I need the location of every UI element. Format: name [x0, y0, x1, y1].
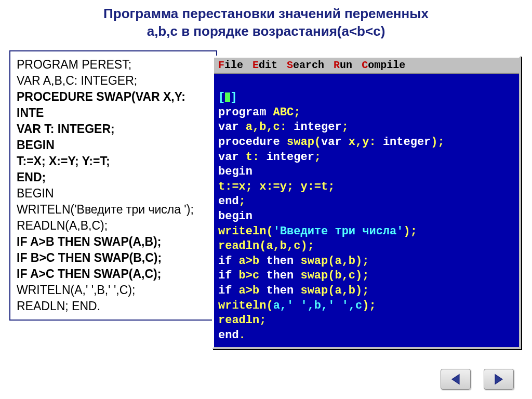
menu-search[interactable]: Search	[287, 59, 324, 71]
code-line: READLN(A,B,C);	[17, 218, 210, 234]
punct: );	[362, 299, 376, 312]
punct: (a,b);	[328, 255, 369, 268]
code-line: IF B>C THEN SWAP(B,C);	[17, 250, 210, 266]
punct: :	[252, 151, 266, 164]
cursor-icon	[225, 92, 230, 102]
kw: procedure	[218, 136, 280, 149]
ident: writeln	[218, 299, 266, 312]
kw: then	[266, 284, 294, 297]
punct: );	[403, 225, 417, 238]
punct: ;	[294, 106, 300, 119]
kw: begin	[218, 165, 252, 178]
punct: :	[280, 121, 294, 134]
kw: begin	[218, 210, 252, 223]
kw: var	[321, 136, 342, 149]
kw: if	[218, 255, 232, 268]
ident: readln	[218, 314, 259, 327]
punct: );	[431, 136, 444, 149]
next-slide-button[interactable]	[484, 369, 514, 390]
punct: );	[300, 240, 314, 252]
code-line: t:=x; x:=y; y:=t;	[218, 180, 335, 193]
kw: then	[266, 269, 294, 282]
menu-compile[interactable]: Compile	[362, 59, 405, 71]
punct: (	[266, 299, 273, 312]
code-line: WRITELN('Введите три числа ');	[17, 202, 210, 218]
code-line: READLN; END.	[17, 298, 210, 314]
code-line: IF A>B THEN SWAP(A,B);	[17, 234, 210, 250]
ident: writeln	[218, 225, 266, 238]
kw: integer	[266, 151, 314, 164]
slide-title: Программа перестановки значений переменн…	[0, 0, 532, 43]
triangle-left-icon	[448, 372, 463, 387]
menu-run[interactable]: Run	[334, 59, 352, 71]
kw: program	[218, 106, 266, 119]
ide-menu-bar: File Edit Search Run Compile	[214, 58, 519, 74]
ident: swap	[294, 269, 328, 282]
code-line: WRITELN(A,' ',B,' ',C);	[17, 282, 210, 298]
punct: (	[314, 136, 321, 149]
code-line: VAR T: INTEGER;	[17, 121, 210, 137]
kw: end	[218, 329, 239, 342]
punct: ;	[239, 195, 246, 208]
bracket: ]	[230, 91, 237, 104]
ident: swap	[294, 284, 328, 297]
punct: (	[266, 225, 273, 238]
code-line: BEGIN	[17, 137, 210, 153]
code-line: END;	[17, 169, 210, 185]
kw: if	[218, 269, 232, 282]
punct: :	[369, 136, 382, 149]
menu-file[interactable]: File	[218, 59, 243, 71]
ident: x,y	[342, 136, 369, 149]
string: 'Введите три числа'	[273, 225, 404, 238]
kw: end	[218, 195, 239, 208]
code-line: IF A>C THEN SWAP(A,C);	[17, 266, 210, 282]
kw: then	[266, 255, 294, 268]
punct: (	[259, 240, 266, 252]
ident: swap	[294, 255, 328, 268]
code-line: T:=X; X:=Y; Y:=T;	[17, 153, 210, 169]
kw: integer	[383, 136, 431, 149]
title-line1: Программа перестановки значений переменн…	[103, 6, 429, 21]
ident: readln	[218, 240, 259, 252]
punct: (a,b);	[328, 284, 369, 297]
code-line: PROCEDURE SWAP(VAR X,Y: INTE	[17, 89, 210, 121]
code-line: PROGRAM PEREST;	[17, 57, 210, 73]
ident: t	[239, 151, 252, 164]
ident: swap	[280, 136, 314, 149]
bracket: [	[218, 91, 225, 104]
ide-window: File Edit Search Run Compile [] program …	[212, 56, 521, 350]
kw: if	[218, 284, 232, 297]
pascal-code-listing: PROGRAM PEREST; VAR A,B,C: INTEGER; PROC…	[9, 50, 217, 321]
args: a,b,c	[266, 240, 300, 252]
code-line: BEGIN	[17, 185, 210, 202]
expr: a>b	[232, 284, 266, 297]
punct: ;	[342, 121, 349, 134]
punct: (b,c);	[328, 269, 369, 282]
ident: a,b,c	[239, 121, 280, 134]
menu-edit[interactable]: Edit	[252, 59, 277, 71]
triangle-right-icon	[491, 372, 506, 387]
code-line: VAR A,B,C: INTEGER;	[17, 73, 210, 89]
punct: ;	[314, 151, 321, 164]
punct: ;	[259, 314, 266, 327]
ide-editor[interactable]: [] program ABC; var a,b,c: integer; proc…	[214, 74, 519, 348]
expr: b>c	[232, 269, 266, 282]
ident: ABC	[266, 106, 294, 119]
kw: var	[218, 151, 239, 164]
title-line2: a,b,c в порядке возрастания(a<b<c)	[147, 23, 385, 39]
kw: var	[218, 121, 239, 134]
expr: a>b	[232, 255, 266, 268]
punct: .	[239, 329, 246, 342]
args: a,' ',b,' ',c	[273, 299, 363, 312]
kw: integer	[294, 121, 341, 134]
prev-slide-button[interactable]	[441, 369, 471, 390]
